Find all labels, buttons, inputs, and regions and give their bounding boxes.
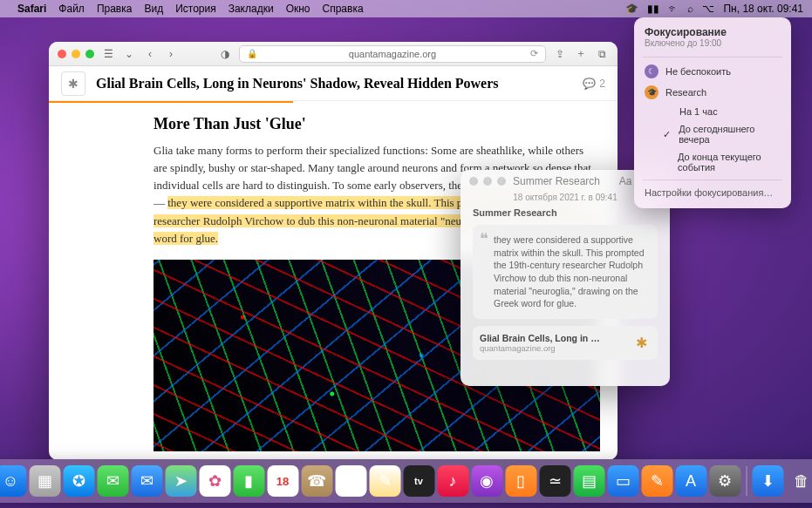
dock-stocks-icon[interactable]: ≃ xyxy=(539,465,570,497)
focus-research-label: Research xyxy=(665,87,706,98)
battery-icon[interactable]: ▮▮ xyxy=(647,3,659,15)
safari-toolbar: ☰ ⌄ ‹ › ◑ 🔒 quantamagazine.org ⟳ ⇪ ＋ ⧉ xyxy=(49,42,618,66)
dock-finder-icon[interactable]: ☺ xyxy=(0,465,26,497)
shield-icon[interactable]: ◑ xyxy=(218,47,232,61)
focus-popover: Фокусирование Включено до 19:00 ☾ Не бес… xyxy=(634,17,791,208)
notes-body: 18 октября 2021 г. в 09:41 Summer Resear… xyxy=(461,193,670,360)
minimize-button[interactable] xyxy=(483,177,492,186)
menubar: Safari Файл Правка Вид История Закладки … xyxy=(0,0,812,17)
dock-safari-icon[interactable]: ✪ xyxy=(63,465,94,497)
dock-trash-icon[interactable]: 🗑 xyxy=(786,465,812,497)
back-icon[interactable]: ‹ xyxy=(143,47,157,61)
dock-contacts-icon[interactable]: ☎ xyxy=(301,465,332,497)
forward-icon[interactable]: › xyxy=(164,47,178,61)
article-header: ✱ Glial Brain Cells, Long in Neurons' Sh… xyxy=(49,66,618,101)
dock: ☺▦✪✉✉➤✿▮18☎☰✎tv♪◉▯≃▤▭✎A⚙⬇🗑 xyxy=(0,459,812,503)
focus-opt2-label: До сегодняшнего вечера xyxy=(679,124,781,145)
quote-icon: ❝ xyxy=(480,228,488,250)
focus-opt3-label: До конца текущего события xyxy=(678,152,781,173)
focus-header: Фокусирование Включено до 19:00 xyxy=(634,24,791,53)
comments-count[interactable]: 💬 2 xyxy=(583,78,605,90)
focus-title: Фокусирование xyxy=(645,26,781,38)
menu-edit[interactable]: Правка xyxy=(97,3,133,15)
reload-icon[interactable]: ⟳ xyxy=(530,48,538,59)
menu-view[interactable]: Вид xyxy=(144,3,163,15)
dock-photos-icon[interactable]: ✿ xyxy=(199,465,230,497)
source-link-card[interactable]: Glial Brain Cells, Long in … quantamagaz… xyxy=(473,326,658,360)
notes-window-title: Summer Research xyxy=(513,175,612,187)
check-icon: ✓ xyxy=(662,129,672,140)
dock-settings-icon[interactable]: ⚙ xyxy=(709,465,740,497)
focus-opt1-label: На 1 час xyxy=(679,106,718,117)
menu-app[interactable]: Safari xyxy=(17,3,46,15)
menu-file[interactable]: Файл xyxy=(58,3,85,15)
source-title: Glial Brain Cells, Long in … xyxy=(480,333,624,343)
spotlight-icon[interactable]: ⌕ xyxy=(687,3,693,15)
dock-appstore-icon[interactable]: A xyxy=(675,465,706,497)
dock-mail-icon[interactable]: ✉ xyxy=(131,465,162,497)
moon-icon: ☾ xyxy=(645,64,658,78)
new-tab-icon[interactable]: ＋ xyxy=(574,47,588,61)
zoom-button[interactable] xyxy=(497,177,506,186)
focus-subtitle: Включено до 19:00 xyxy=(645,38,781,48)
comments-number: 2 xyxy=(599,78,605,90)
url-bar[interactable]: 🔒 quantamagazine.org ⟳ xyxy=(239,45,546,63)
format-icon[interactable]: Aa xyxy=(619,175,632,187)
close-button[interactable] xyxy=(469,177,478,186)
focus-option-1hour[interactable]: На 1 час xyxy=(634,103,791,120)
dock-notes-icon[interactable]: ✎ xyxy=(369,465,400,497)
tabs-icon[interactable]: ⧉ xyxy=(595,47,609,61)
control-center-icon[interactable]: ⌥ xyxy=(702,3,714,15)
wifi-icon[interactable]: ᯤ xyxy=(668,3,679,15)
notes-date: 18 октября 2021 г. в 09:41 xyxy=(473,193,658,202)
chevron-down-icon[interactable]: ⌄ xyxy=(122,47,136,61)
menu-bookmarks[interactable]: Закладки xyxy=(229,3,274,15)
dock-downloads-icon[interactable]: ⬇ xyxy=(752,465,783,497)
focus-settings-link[interactable]: Настройки фокусирования… xyxy=(634,184,791,201)
zoom-button[interactable] xyxy=(85,50,94,58)
menu-help[interactable]: Справка xyxy=(323,3,364,15)
comment-icon: 💬 xyxy=(583,78,596,90)
quote-block[interactable]: ❝ they were considered a supportive matr… xyxy=(473,225,658,319)
url-text: quantamagazine.org xyxy=(349,49,436,59)
sidebar-icon[interactable]: ☰ xyxy=(101,47,115,61)
quote-text: they were considered a supportive matrix… xyxy=(481,234,649,310)
share-icon[interactable]: ⇪ xyxy=(553,47,567,61)
dock-music-icon[interactable]: ♪ xyxy=(437,465,468,497)
close-button[interactable] xyxy=(58,50,66,58)
dock-keynote-icon[interactable]: ▭ xyxy=(607,465,638,497)
graduation-icon: 🎓 xyxy=(645,85,658,99)
window-controls xyxy=(58,50,94,58)
lock-icon: 🔒 xyxy=(247,49,257,58)
dock-separator xyxy=(746,466,747,496)
site-logo-icon[interactable]: ✱ xyxy=(61,71,85,96)
article-title: Glial Brain Cells, Long in Neurons' Shad… xyxy=(96,76,572,91)
focus-dnd-label: Не беспокоить xyxy=(665,66,731,77)
dock-maps-icon[interactable]: ➤ xyxy=(165,465,196,497)
notes-doc-title: Summer Research xyxy=(473,207,658,218)
focus-option-evening[interactable]: ✓ До сегодняшнего вечера xyxy=(634,120,791,148)
focus-mode-research[interactable]: 🎓 Research xyxy=(634,82,791,103)
source-url: quantamagazine.org xyxy=(480,343,624,353)
focus-mode-dnd[interactable]: ☾ Не беспокоить xyxy=(634,61,791,82)
menu-history[interactable]: История xyxy=(175,3,216,15)
dock-reminders-icon[interactable]: ☰ xyxy=(335,465,366,497)
menu-window[interactable]: Окно xyxy=(286,3,310,15)
focus-status-icon[interactable]: 🎓 xyxy=(625,3,638,15)
dock-pages-icon[interactable]: ✎ xyxy=(641,465,672,497)
dock-facetime-icon[interactable]: ▮ xyxy=(233,465,264,497)
menubar-clock[interactable]: Пн, 18 окт. 09:41 xyxy=(723,3,803,15)
dock-numbers-icon[interactable]: ▤ xyxy=(573,465,604,497)
source-favicon: ✱ xyxy=(631,334,651,353)
dock-messages-icon[interactable]: ✉ xyxy=(97,465,128,497)
dock-podcasts-icon[interactable]: ◉ xyxy=(471,465,502,497)
dock-launchpad-icon[interactable]: ▦ xyxy=(29,465,60,497)
focus-option-event[interactable]: До конца текущего события xyxy=(634,148,791,176)
article-subhead: More Than Just 'Glue' xyxy=(154,115,600,133)
minimize-button[interactable] xyxy=(72,50,80,58)
dock-calendar-icon[interactable]: 18 xyxy=(267,465,298,497)
dock-books-icon[interactable]: ▯ xyxy=(505,465,536,497)
dock-tv-icon[interactable]: tv xyxy=(403,465,434,497)
